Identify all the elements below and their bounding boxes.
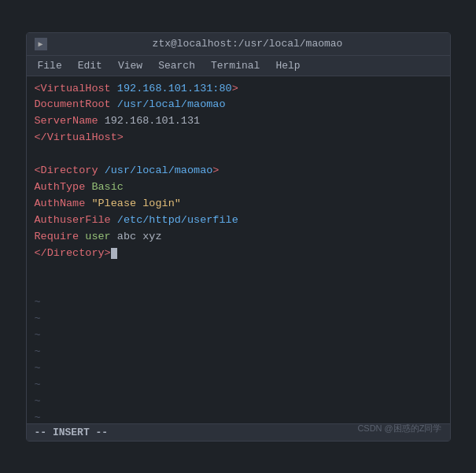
menu-search[interactable]: Search	[152, 58, 201, 73]
terminal-window: ▶ ztx@localhost:/usr/local/maomao File E…	[26, 32, 451, 442]
editor-line	[35, 146, 442, 163]
editor-line: ~	[35, 394, 442, 410]
editor-line: </VirtualHost>	[35, 130, 442, 146]
insert-mode-indicator: -- INSERT --	[35, 427, 109, 438]
menu-edit[interactable]: Edit	[72, 58, 109, 73]
editor-line: </Directory>	[35, 246, 442, 262]
title-bar: ▶ ztx@localhost:/usr/local/maomao	[27, 33, 450, 56]
editor-line	[35, 262, 442, 279]
editor-line: ~	[35, 327, 442, 344]
menu-file[interactable]: File	[31, 58, 68, 73]
editor-line: <Directory /usr/local/maomao>	[35, 163, 442, 179]
menu-terminal[interactable]: Terminal	[205, 58, 266, 73]
editor-line: DocumentRoot /usr/local/maomao	[35, 97, 442, 113]
watermark: CSDN @困惑的Z同学	[357, 423, 441, 434]
editor-area[interactable]: <VirtualHost 192.168.101.131:80>Document…	[27, 76, 450, 423]
editor-line: ~	[35, 360, 442, 377]
terminal-icon: ▶	[35, 38, 47, 50]
editor-line: ~	[35, 377, 442, 394]
editor-line	[35, 279, 442, 295]
editor-line: ~	[35, 311, 442, 327]
editor-line: AuthuserFile /etc/httpd/userfile	[35, 212, 442, 229]
editor-line: ~	[35, 410, 442, 423]
editor-line: AuthName "Please login"	[35, 196, 442, 212]
editor-line: AuthType Basic	[35, 179, 442, 196]
menu-view[interactable]: View	[112, 58, 149, 73]
editor-line: ~	[35, 344, 442, 360]
editor-line: ~	[35, 294, 442, 311]
window-title: ztx@localhost:/usr/local/maomao	[54, 38, 442, 50]
editor-line: Require user abc xyz	[35, 229, 442, 246]
menu-bar: File Edit View Search Terminal Help	[27, 56, 450, 76]
editor-line: ServerName 192.168.101.131	[35, 113, 442, 130]
editor-line: <VirtualHost 192.168.101.131:80>	[35, 81, 442, 98]
menu-help[interactable]: Help	[269, 58, 306, 73]
